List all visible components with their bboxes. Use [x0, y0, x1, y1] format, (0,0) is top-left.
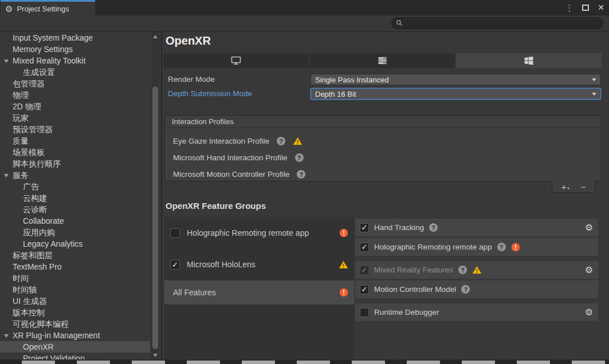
gear-icon[interactable]: ⚙: [585, 308, 593, 317]
sidebar-item-ui-builder[interactable]: UI 生成器: [0, 295, 161, 307]
error-icon: [339, 288, 348, 297]
sidebar-item-legacy-analytics[interactable]: Legacy Analytics: [0, 238, 161, 250]
scroll-up-icon[interactable]: [153, 35, 158, 38]
checkbox-checked[interactable]: ✓: [360, 285, 369, 294]
tab-universal-windows-platform[interactable]: [310, 53, 455, 68]
foldout-expanded-icon[interactable]: [4, 60, 9, 63]
sidebar-item-memory-settings[interactable]: Memory Settings: [0, 43, 161, 55]
help-icon[interactable]: ?: [461, 285, 470, 294]
checkbox-checked-disabled: ✓: [360, 266, 369, 275]
sidebar-item-input-system-package[interactable]: Input System Package: [0, 32, 161, 43]
window-controls: ⋮ ✕: [565, 0, 604, 15]
project-settings-window: ⚙ Project Settings ⋮ ✕ Input System Pack…: [0, 0, 609, 364]
help-icon[interactable]: ?: [297, 170, 305, 179]
sidebar-item-physics[interactable]: 物理: [0, 89, 161, 101]
feature-label: Holographic Remoting remote app: [374, 243, 492, 251]
help-icon[interactable]: ?: [429, 223, 438, 232]
sidebar-item-label: 场景模板: [13, 148, 45, 157]
feature-group-label: Holographic Remoting remote app: [187, 228, 309, 238]
warning-icon: [472, 266, 482, 274]
list-item-microsoft-hand-interaction-profile[interactable]: Microsoft Hand Interaction Profile ?: [165, 149, 601, 166]
warning-icon: [339, 260, 348, 269]
depth-submission-mode-dropdown[interactable]: Depth 16 Bit: [311, 88, 601, 100]
settings-gear-icon: ⚙: [5, 5, 13, 13]
sidebar-item-quality[interactable]: 质量: [0, 135, 161, 147]
depth-submission-mode-label: Depth Submission Mode: [168, 88, 252, 100]
feature-group-label: All Features: [173, 288, 216, 297]
foldout-expanded-icon[interactable]: [4, 334, 9, 338]
sidebar-item-physics-2d[interactable]: 2D 物理: [0, 101, 161, 112]
sidebar-scrollbar[interactable]: [151, 32, 159, 359]
sidebar-item-services[interactable]: 服务: [0, 169, 161, 181]
sidebar-item-version-control[interactable]: 版本控制: [0, 307, 161, 318]
scrollbar-thumb[interactable]: [152, 86, 158, 349]
sidebar-item-project-validation[interactable]: Project Validation: [0, 353, 161, 359]
sidebar-item-collaborate[interactable]: Collaborate: [0, 215, 161, 227]
profile-label: Eye Gaze Interaction Profile: [173, 137, 269, 145]
sidebar-item-tags-and-layers[interactable]: 标签和图层: [0, 250, 161, 261]
list-item-microsoft-motion-controller-profile[interactable]: Microsoft Motion Controller Profile ?: [165, 166, 601, 183]
window-menu-icon[interactable]: ⋮: [565, 3, 573, 12]
checkbox-checked[interactable]: ✓: [170, 260, 180, 270]
list-item-eye-gaze-interaction-profile[interactable]: Eye Gaze Interaction Profile ?: [165, 133, 601, 149]
render-mode-label: Render Mode: [168, 74, 215, 85]
foldout-expanded-icon[interactable]: [4, 174, 9, 177]
sidebar-item-label: 时间: [13, 274, 29, 283]
window-title: Project Settings: [17, 5, 69, 13]
tab-standalone[interactable]: [163, 53, 309, 68]
close-icon[interactable]: ✕: [598, 3, 604, 11]
search-input[interactable]: [391, 17, 603, 29]
feature-motion-controller-model[interactable]: ✓ Motion Controller Model ?: [355, 280, 598, 298]
sidebar-item-cloud-diagnostics[interactable]: 云诊断: [0, 204, 161, 215]
scroll-down-icon[interactable]: [153, 354, 158, 357]
sidebar-item-build-settings[interactable]: 生成设置: [0, 66, 161, 78]
sidebar-item-preset-manager[interactable]: 预设管理器: [0, 124, 161, 135]
help-icon[interactable]: ?: [295, 153, 304, 162]
sidebar-item-textmesh-pro[interactable]: TextMesh Pro: [0, 261, 161, 272]
checkbox-unchecked[interactable]: [360, 308, 369, 317]
feature-label: Motion Controller Model: [374, 285, 456, 294]
remove-profile-button[interactable]: −: [581, 183, 586, 191]
sidebar-item-in-app-purchasing[interactable]: 应用内购: [0, 227, 161, 238]
checkbox-checked[interactable]: ✓: [360, 223, 369, 232]
feature-label: Hand Tracking: [374, 223, 424, 232]
maximize-icon[interactable]: [582, 5, 589, 11]
sidebar-item-script-execution-order[interactable]: 脚本执行顺序: [0, 158, 161, 169]
gear-icon[interactable]: ⚙: [585, 223, 593, 232]
sidebar-item-ads[interactable]: 广告: [0, 181, 161, 192]
sidebar-item-time[interactable]: 时间: [0, 272, 161, 284]
window-bottom-edge: [0, 359, 609, 364]
sidebar-item-visual-scripting[interactable]: 可视化脚本编程: [0, 318, 161, 330]
chevron-down-icon: [592, 78, 596, 81]
sidebar-item-label: Project Validation: [23, 354, 85, 359]
sidebar-item-label: 标签和图层: [13, 251, 53, 260]
render-mode-value: Single Pass Instanced: [315, 76, 389, 84]
sidebar-item-label: 质量: [13, 136, 29, 145]
feature-group-microsoft-hololens[interactable]: ✓ Microsoft HoloLens: [164, 255, 354, 274]
sidebar-item-player[interactable]: 玩家: [0, 112, 161, 124]
window-tab-project-settings[interactable]: ⚙ Project Settings: [1, 0, 95, 15]
help-icon[interactable]: ?: [458, 266, 467, 274]
tab-windows[interactable]: [456, 53, 602, 68]
help-icon[interactable]: ?: [277, 137, 285, 145]
gear-icon[interactable]: ⚙: [585, 266, 593, 275]
feature-hand-tracking[interactable]: ✓ Hand Tracking ? ⚙: [355, 219, 598, 236]
sidebar-item-label: Legacy Analytics: [23, 239, 82, 248]
profile-label: Microsoft Motion Controller Profile: [173, 170, 289, 179]
sidebar-item-package-manager[interactable]: 包管理器: [0, 78, 161, 89]
add-profile-button[interactable]: +: [561, 183, 569, 191]
help-icon[interactable]: ?: [497, 243, 506, 251]
checkbox-unchecked[interactable]: [170, 228, 180, 238]
sidebar-item-timeline[interactable]: 时间轴: [0, 284, 161, 295]
feature-runtime-debugger[interactable]: Runtime Debugger ⚙: [355, 303, 598, 321]
render-mode-dropdown[interactable]: Single Pass Instanced: [311, 74, 601, 85]
sidebar-item-cloud-build[interactable]: 云构建: [0, 192, 161, 204]
feature-group-holographic-remoting[interactable]: Holographic Remoting remote app: [164, 224, 354, 242]
feature-holographic-remoting-remote-app[interactable]: ✓ Holographic Remoting remote app ?: [355, 238, 598, 256]
sidebar-item-xr-plugin-management[interactable]: XR Plug-in Management: [0, 330, 161, 341]
checkbox-checked[interactable]: ✓: [360, 243, 369, 252]
sidebar-item-openxr[interactable]: OpenXR: [0, 341, 150, 353]
sidebar-item-scene-template[interactable]: 场景模板: [0, 147, 161, 158]
sidebar-item-mixed-reality-toolkit[interactable]: Mixed Reality Toolkit: [0, 55, 161, 66]
feature-group-all-features[interactable]: All Features: [164, 280, 354, 304]
